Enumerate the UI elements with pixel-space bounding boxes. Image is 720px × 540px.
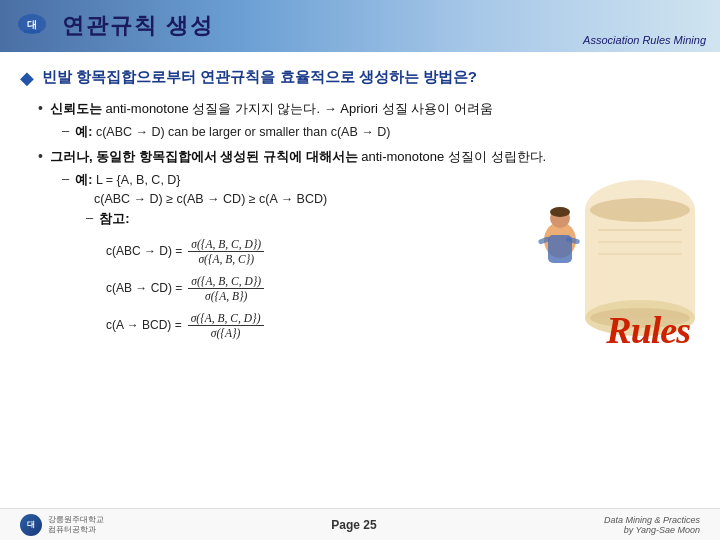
sub-2a-content: L = {A, B, C, D} bbox=[96, 173, 181, 187]
item-2-after: anti-monotone 성질이 성립한다. bbox=[361, 149, 546, 164]
formula-2-numerator: σ({A, B, C, D}) bbox=[188, 275, 264, 289]
question-text: 빈발 항목집합으로부터 연관규칙을 효율적으로 생성하는 방법은? bbox=[42, 66, 477, 87]
bullet-2: • bbox=[38, 148, 43, 164]
header-subtitle: Association Rules Mining bbox=[583, 34, 706, 46]
svg-point-7 bbox=[590, 198, 690, 222]
subtitle-text: Association Rules Mining bbox=[583, 34, 706, 46]
formula-2-denominator: σ({A, B}) bbox=[202, 289, 250, 302]
logo-text: 강릉원주대학교 컴퓨터공학과 bbox=[48, 515, 104, 534]
dash-ref: – bbox=[86, 210, 93, 225]
formula-3-denominator: σ({A}) bbox=[208, 326, 244, 339]
footer: 대 강릉원주대학교 컴퓨터공학과 Page 25 Data Mining & P… bbox=[0, 508, 720, 540]
sub-1-content: c(ABC → D) can be larger or smaller than… bbox=[96, 125, 391, 139]
sub-1-text: 예: c(ABC → D) can be larger or smaller t… bbox=[75, 123, 390, 142]
formula-inline-text: c(ABC → D) ≥ c(AB → CD) ≥ c(A → BCD) bbox=[94, 192, 327, 206]
sub-1-label: 예: bbox=[75, 125, 92, 139]
bullet-1: • bbox=[38, 100, 43, 116]
header-icon: 대 bbox=[12, 6, 52, 46]
footer-credit: Data Mining & Practices by Yang-Sae Moon bbox=[604, 515, 700, 535]
ref-label: 참고: bbox=[99, 210, 129, 228]
item-2-text: 그러나, 동일한 항목집합에서 생성된 규칙에 대해서는 anti-monoto… bbox=[50, 147, 546, 167]
footer-logo: 대 강릉원주대학교 컴퓨터공학과 bbox=[20, 514, 104, 536]
sub-item-1: – 예: c(ABC → D) can be larger or smaller… bbox=[62, 123, 700, 142]
formula-2-lhs: c(AB → CD) = bbox=[106, 281, 182, 295]
logo-line1: 강릉원주대학교 bbox=[48, 515, 104, 525]
logo-circle-text: 대 bbox=[27, 519, 35, 530]
logo-circle: 대 bbox=[20, 514, 42, 536]
formula-1-lhs: c(ABC → D) = bbox=[106, 244, 182, 258]
item-2: • 그러나, 동일한 항목집합에서 생성된 규칙에 대해서는 anti-mono… bbox=[38, 147, 700, 167]
question-highlight: 빈발 항목집합으로부터 연관규칙을 효율적으로 생성하는 방법은? bbox=[42, 68, 477, 85]
item-1-label: 신뢰도는 bbox=[50, 101, 102, 116]
decorative-area: Rules bbox=[510, 180, 700, 360]
svg-text:대: 대 bbox=[27, 19, 37, 30]
svg-point-14 bbox=[550, 207, 570, 217]
item-1-text: 신뢰도는 anti-monotone 성질을 가지지 않는다. → Aprior… bbox=[50, 99, 493, 119]
formula-3-lhs: c(A → BCD) = bbox=[106, 318, 182, 332]
dash-1: – bbox=[62, 123, 69, 138]
credit-line2: by Yang-Sae Moon bbox=[604, 525, 700, 535]
item-1-suffix: → Apriori 성질 사용이 어려움 bbox=[324, 101, 493, 116]
header-title: 연관규칙 생성 bbox=[62, 11, 214, 41]
sub-2a-label: 예: bbox=[75, 173, 92, 187]
svg-rect-2 bbox=[24, 30, 40, 33]
formula-2-fraction: σ({A, B, C, D}) σ({A, B}) bbox=[188, 275, 264, 302]
item-2-label: 그러나, 동일한 항목집합에서 생성된 규칙에 대해서는 bbox=[50, 149, 358, 164]
formula-1-denominator: σ({A, B, C}) bbox=[195, 252, 257, 265]
page-number: Page 25 bbox=[331, 518, 376, 532]
item-1: • 신뢰도는 anti-monotone 성질을 가지지 않는다. → Apri… bbox=[38, 99, 700, 119]
item-1-after: anti-monotone 성질을 가지지 않는다. bbox=[106, 101, 321, 116]
formula-3-numerator: σ({A, B, C, D}) bbox=[188, 312, 264, 326]
diamond-bullet: ◆ bbox=[20, 67, 34, 89]
dash-2a: – bbox=[62, 171, 69, 186]
formula-1-numerator: σ({A, B, C, D}) bbox=[188, 238, 264, 252]
credit-line1: Data Mining & Practices bbox=[604, 515, 700, 525]
formula-3-fraction: σ({A, B, C, D}) σ({A}) bbox=[188, 312, 264, 339]
formula-1-fraction: σ({A, B, C, D}) σ({A, B, C}) bbox=[188, 238, 264, 265]
main-question: ◆ 빈발 항목집합으로부터 연관규칙을 효율적으로 생성하는 방법은? bbox=[20, 66, 700, 89]
rules-text: Rules bbox=[606, 308, 690, 352]
sub-2a-text: 예: L = {A, B, C, D} bbox=[75, 171, 180, 190]
logo-line2: 컴퓨터공학과 bbox=[48, 525, 104, 535]
header: 대 연관규칙 생성 Association Rules Mining bbox=[0, 0, 720, 52]
